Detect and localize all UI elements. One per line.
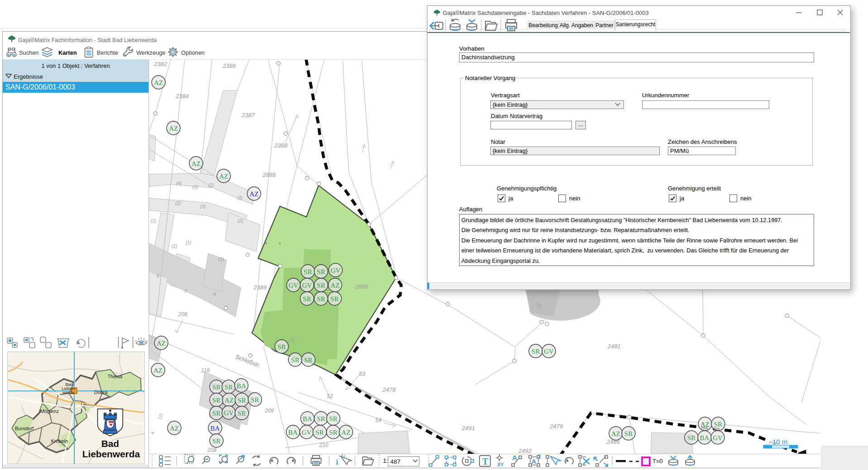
svg-text:(3): (3)	[192, 185, 198, 190]
svg-text:206: 206	[178, 311, 187, 318]
svg-text:GV: GV	[302, 282, 312, 289]
svg-text:BA: BA	[211, 425, 220, 432]
svg-text:487: 487	[390, 458, 401, 465]
svg-text:Schloßstr.: Schloßstr.	[235, 353, 261, 369]
svg-text:Burxdorf: Burxdorf	[15, 426, 34, 431]
svg-text:AZ: AZ	[170, 425, 179, 432]
svg-text:2889: 2889	[355, 283, 368, 290]
svg-text:AZ: AZ	[331, 282, 340, 289]
svg-text:AZ: AZ	[153, 367, 163, 374]
svg-text:SR: SR	[278, 343, 286, 351]
svg-text:SR: SR	[714, 421, 722, 428]
svg-text:A: A	[532, 458, 536, 465]
svg-text:SR: SR	[624, 430, 633, 437]
svg-text:6: 6	[157, 273, 160, 279]
svg-text:2386: 2386	[222, 62, 236, 69]
svg-text:116: 116	[201, 367, 210, 374]
svg-text:SR: SR	[331, 295, 339, 303]
svg-text:(4): (4)	[176, 181, 182, 186]
svg-text:(3): (3)	[237, 195, 242, 200]
svg-text:SR: SR	[329, 429, 337, 436]
svg-text:AZ: AZ	[169, 125, 178, 132]
svg-text:SR: SR	[225, 384, 233, 391]
svg-text:2384: 2384	[175, 93, 189, 100]
svg-text:52: 52	[327, 393, 333, 399]
svg-text:SR: SR	[212, 384, 221, 391]
svg-text:SR: SR	[291, 356, 299, 364]
svg-text:4: 4	[150, 431, 155, 435]
svg-text:AZ: AZ	[157, 340, 166, 347]
svg-text:2382: 2382	[153, 61, 168, 67]
svg-text:Möglenz: Möglenz	[40, 408, 59, 414]
svg-text:SR: SR	[238, 410, 246, 417]
svg-text:SR: SR	[317, 415, 325, 423]
svg-text:(2): (2)	[208, 183, 214, 188]
svg-text:7: 7	[184, 289, 187, 294]
svg-text:SR: SR	[212, 410, 221, 417]
svg-text:2388: 2388	[274, 142, 288, 149]
svg-text:SR: SR	[317, 282, 325, 289]
svg-text:GV: GV	[331, 267, 340, 274]
svg-text:(1): (1)	[151, 218, 156, 223]
svg-text:2481: 2481	[607, 343, 621, 350]
svg-text:Kröbeln: Kröbeln	[51, 438, 68, 444]
svg-text:GV: GV	[288, 282, 298, 289]
svg-text:werda: werda	[62, 390, 74, 395]
svg-text:Dobra: Dobra	[94, 389, 108, 395]
svg-text:AZ: AZ	[700, 421, 710, 428]
svg-text:SR: SR	[304, 268, 312, 275]
svg-text:AZ: AZ	[219, 173, 228, 180]
svg-text:AZ: AZ	[611, 430, 620, 437]
svg-text:SR: SR	[532, 348, 540, 355]
svg-text:(1): (1)	[157, 413, 164, 420]
svg-text:2: 2	[538, 454, 541, 459]
svg-text:AZ: AZ	[249, 190, 259, 198]
svg-text:10: 10	[289, 338, 294, 343]
svg-text:(1): (1)	[172, 244, 177, 249]
svg-text:53: 53	[359, 371, 365, 377]
svg-text:2888: 2888	[262, 171, 276, 178]
svg-text:SR: SR	[687, 434, 695, 442]
svg-text:T: T	[482, 456, 489, 466]
svg-text:209: 209	[264, 408, 274, 414]
svg-text:BA: BA	[288, 429, 298, 436]
svg-text:i: i	[336, 458, 338, 466]
svg-text:SR: SR	[304, 356, 312, 364]
svg-text:BA: BA	[700, 434, 710, 442]
svg-text:GV: GV	[224, 409, 234, 417]
svg-text:10 m: 10 m	[772, 438, 787, 446]
svg-text:GV: GV	[544, 348, 554, 355]
svg-text:SR: SR	[303, 295, 311, 303]
svg-text:AZ: AZ	[225, 397, 234, 404]
svg-text:(2): (2)	[175, 201, 181, 206]
svg-text:SR: SR	[317, 295, 325, 303]
svg-text:XY: XY	[497, 462, 504, 467]
svg-text:A: A	[512, 454, 517, 461]
svg-text:BA: BA	[303, 415, 312, 423]
svg-text:SR: SR	[212, 397, 221, 404]
svg-text:AZ: AZ	[154, 79, 163, 86]
svg-text:SR: SR	[238, 397, 246, 404]
svg-text:2479: 2479	[549, 423, 563, 430]
svg-text:Bad: Bad	[101, 438, 119, 449]
svg-text:SR: SR	[329, 415, 337, 423]
svg-text:BA: BA	[237, 382, 246, 389]
svg-text:SR: SR	[212, 437, 221, 445]
svg-text:Theisa: Theisa	[107, 374, 123, 379]
svg-text:8: 8	[213, 291, 216, 297]
svg-text:T=0: T=0	[652, 458, 663, 465]
svg-text:(1): (1)	[186, 240, 191, 245]
svg-text:2492: 2492	[518, 447, 532, 454]
svg-text:SR: SR	[316, 429, 324, 436]
svg-text:2389: 2389	[253, 284, 267, 291]
svg-text:SR: SR	[251, 396, 259, 404]
svg-text:(1): (1)	[218, 256, 224, 261]
svg-text:2478: 2478	[382, 386, 396, 393]
svg-text:2491: 2491	[461, 425, 475, 432]
svg-text:2387: 2387	[241, 112, 255, 119]
svg-text:1:: 1:	[383, 457, 388, 464]
svg-text:SR: SR	[317, 268, 325, 275]
svg-text:AZ: AZ	[192, 160, 201, 167]
svg-text:GV: GV	[302, 429, 312, 436]
svg-text:(2): (2)	[238, 218, 243, 223]
